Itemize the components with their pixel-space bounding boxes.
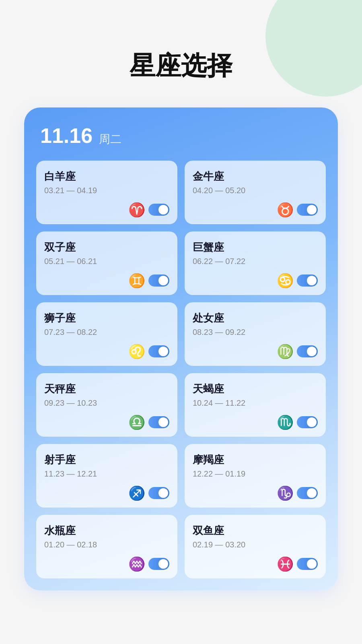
sign-name-cancer: 巨蟹座 (193, 240, 318, 254)
sign-dates-sagittarius: 11.23 — 12.21 (44, 469, 169, 479)
sign-card-pisces[interactable]: 双鱼座 02.19 — 03.20 ♓ (185, 515, 326, 578)
sign-symbol-gemini: ♊ (128, 272, 145, 289)
sign-symbol-leo: ♌ (128, 343, 145, 359)
sign-toggle-sagittarius[interactable] (148, 487, 169, 499)
sign-bottom-virgo: ♍ (193, 339, 318, 359)
sign-name-aquarius: 水瓶座 (44, 524, 169, 538)
sign-symbol-sagittarius: ♐ (128, 485, 145, 501)
sign-card-sagittarius[interactable]: 射手座 11.23 — 12.21 ♐ (36, 444, 177, 508)
page-title: 星座选择 (0, 0, 362, 107)
sign-toggle-gemini[interactable] (148, 275, 169, 287)
sign-bottom-capricorn: ♑ (193, 481, 318, 501)
sign-card-capricorn[interactable]: 摩羯座 12.22 — 01.19 ♑ (185, 444, 326, 508)
sign-card-gemini[interactable]: 双子座 05.21 — 06.21 ♊ (36, 231, 177, 295)
sign-toggle-aquarius[interactable] (148, 558, 169, 570)
sign-bottom-pisces: ♓ (193, 552, 318, 572)
sign-dates-virgo: 08.23 — 09.22 (193, 328, 318, 337)
sign-dates-aquarius: 01.20 — 02.18 (44, 540, 169, 549)
sign-toggle-pisces[interactable] (297, 558, 318, 570)
sign-bottom-taurus: ♉ (193, 198, 318, 218)
sign-symbol-taurus: ♉ (277, 202, 294, 218)
sign-toggle-cancer[interactable] (297, 275, 318, 287)
sign-bottom-aries: ♈ (44, 198, 169, 218)
sign-dates-aries: 03.21 — 04.19 (44, 186, 169, 195)
sign-name-capricorn: 摩羯座 (193, 453, 318, 467)
sign-bottom-sagittarius: ♐ (44, 481, 169, 501)
sign-bottom-scorpio: ♏ (193, 410, 318, 430)
sign-name-leo: 狮子座 (44, 311, 169, 325)
sign-dates-libra: 09.23 — 10.23 (44, 398, 169, 408)
app-card: 11.16 周二 白羊座 03.21 — 04.19 ♈ 金牛座 04.20 —… (24, 107, 338, 590)
sign-symbol-aries: ♈ (128, 202, 145, 218)
sign-name-virgo: 处女座 (193, 311, 318, 325)
sign-toggle-leo[interactable] (148, 345, 169, 357)
sign-symbol-capricorn: ♑ (277, 485, 294, 501)
sign-bottom-leo: ♌ (44, 339, 169, 359)
sign-name-taurus: 金牛座 (193, 169, 318, 184)
sign-card-taurus[interactable]: 金牛座 04.20 — 05.20 ♉ (185, 161, 326, 224)
sign-dates-capricorn: 12.22 — 01.19 (193, 469, 318, 479)
sign-card-aries[interactable]: 白羊座 03.21 — 04.19 ♈ (36, 161, 177, 224)
sign-symbol-aquarius: ♒ (128, 556, 145, 572)
sign-toggle-capricorn[interactable] (297, 487, 318, 499)
sign-card-aquarius[interactable]: 水瓶座 01.20 — 02.18 ♒ (36, 515, 177, 578)
sign-dates-scorpio: 10.24 — 11.22 (193, 398, 318, 408)
sign-toggle-scorpio[interactable] (297, 416, 318, 428)
sign-card-scorpio[interactable]: 天蝎座 10.24 — 11.22 ♏ (185, 373, 326, 437)
date-row: 11.16 周二 (36, 124, 326, 148)
sign-symbol-libra: ♎ (128, 414, 145, 430)
sign-symbol-scorpio: ♏ (277, 414, 294, 430)
sign-dates-gemini: 05.21 — 06.21 (44, 257, 169, 266)
sign-bottom-cancer: ♋ (193, 268, 318, 289)
sign-name-aries: 白羊座 (44, 169, 169, 184)
sign-name-gemini: 双子座 (44, 240, 169, 254)
sign-name-libra: 天秤座 (44, 382, 169, 396)
signs-grid: 白羊座 03.21 — 04.19 ♈ 金牛座 04.20 — 05.20 ♉ … (36, 161, 326, 578)
sign-name-scorpio: 天蝎座 (193, 382, 318, 396)
sign-name-pisces: 双鱼座 (193, 524, 318, 538)
sign-card-libra[interactable]: 天秤座 09.23 — 10.23 ♎ (36, 373, 177, 437)
sign-card-leo[interactable]: 狮子座 07.23 — 08.22 ♌ (36, 302, 177, 366)
sign-bottom-libra: ♎ (44, 410, 169, 430)
sign-toggle-taurus[interactable] (297, 204, 318, 216)
sign-symbol-pisces: ♓ (277, 556, 294, 572)
sign-toggle-virgo[interactable] (297, 345, 318, 357)
sign-dates-cancer: 06.22 — 07.22 (193, 257, 318, 266)
sign-card-virgo[interactable]: 处女座 08.23 — 09.22 ♍ (185, 302, 326, 366)
sign-card-cancer[interactable]: 巨蟹座 06.22 — 07.22 ♋ (185, 231, 326, 295)
sign-toggle-aries[interactable] (148, 204, 169, 216)
sign-bottom-gemini: ♊ (44, 268, 169, 289)
date-weekday: 周二 (99, 132, 121, 147)
sign-dates-leo: 07.23 — 08.22 (44, 328, 169, 337)
sign-symbol-virgo: ♍ (277, 343, 294, 359)
sign-dates-taurus: 04.20 — 05.20 (193, 186, 318, 195)
date-day: 11.16 (40, 124, 93, 148)
sign-name-sagittarius: 射手座 (44, 453, 169, 467)
sign-toggle-libra[interactable] (148, 416, 169, 428)
sign-bottom-aquarius: ♒ (44, 552, 169, 572)
sign-symbol-cancer: ♋ (277, 272, 294, 289)
sign-dates-pisces: 02.19 — 03.20 (193, 540, 318, 549)
